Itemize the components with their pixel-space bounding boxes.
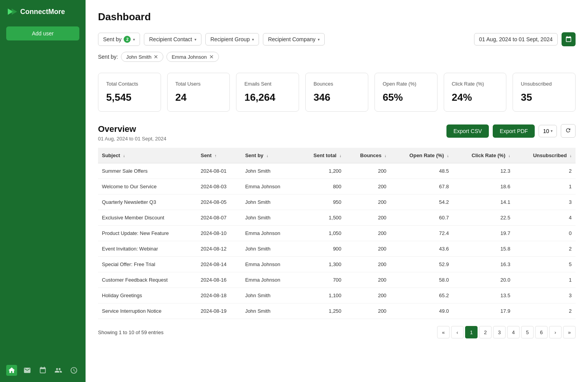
pagination-page-6[interactable]: 6 bbox=[535, 326, 548, 338]
table-row: Quarterly Newsletter Q3 2024-08-05 John … bbox=[98, 195, 576, 210]
cell-sent-4: 2024-08-10 bbox=[197, 226, 241, 241]
cell-click-rate-8: 13.5 bbox=[453, 288, 514, 303]
showing-text: Showing 1 to 10 of 59 entries bbox=[98, 329, 163, 335]
overview-title-block: Overview 01 Aug, 2024 to 01 Sept, 2024 bbox=[98, 124, 446, 142]
cell-subject-1: Welcome to Our Service bbox=[98, 179, 197, 195]
stat-emails-sent-value: 16,264 bbox=[244, 91, 291, 103]
sidebar-nav bbox=[0, 359, 86, 382]
add-user-button[interactable]: Add user bbox=[6, 26, 79, 40]
cell-unsubscribed-6: 5 bbox=[514, 257, 576, 272]
cell-open-rate-6: 52.9 bbox=[390, 257, 453, 272]
col-sent-total[interactable]: Sent total ↓ bbox=[298, 148, 345, 163]
col-sent-by[interactable]: Sent by ↓ bbox=[241, 148, 298, 163]
pagination-controls: « ‹ 1 2 3 4 5 6 › » bbox=[437, 326, 576, 338]
rows-per-page-selector[interactable]: 10 ▾ bbox=[539, 125, 557, 137]
cell-open-rate-3: 60.7 bbox=[390, 210, 453, 226]
table-row: Product Update: New Feature 2024-08-10 E… bbox=[98, 226, 576, 241]
export-pdf-button[interactable]: Export PDF bbox=[493, 124, 535, 138]
stat-unsubscribed: Unsubscribed 35 bbox=[513, 73, 576, 112]
col-sent[interactable]: Sent ↑ bbox=[197, 148, 241, 163]
tag-john-smith: John Smith ✕ bbox=[121, 52, 163, 62]
recipient-company-filter[interactable]: Recipient Company ▾ bbox=[263, 33, 325, 46]
col-open-rate[interactable]: Open Rate (%) ↓ bbox=[390, 148, 453, 163]
recipient-group-filter[interactable]: Recipient Group ▾ bbox=[205, 33, 259, 46]
cell-sent-total-5: 900 bbox=[298, 241, 345, 257]
cell-subject-3: Exclusive Member Discount bbox=[98, 210, 197, 226]
stat-total-users: Total Users 24 bbox=[167, 73, 230, 112]
refresh-button[interactable] bbox=[561, 124, 576, 138]
cell-sent-total-0: 1,200 bbox=[298, 163, 345, 179]
pagination-page-2[interactable]: 2 bbox=[479, 326, 492, 338]
stat-bounces: Bounces 346 bbox=[305, 73, 368, 112]
col-subject[interactable]: Subject ↓ bbox=[98, 148, 197, 163]
date-range-calendar-button[interactable] bbox=[562, 32, 576, 46]
sent-by-row-label: Sent by: bbox=[98, 54, 118, 60]
cell-sent-by-6: Emma Johnson bbox=[241, 257, 298, 272]
stat-emails-sent-label: Emails Sent bbox=[244, 81, 291, 87]
pagination-first-button[interactable]: « bbox=[437, 326, 450, 338]
cell-subject-0: Summer Sale Offers bbox=[98, 163, 197, 179]
cell-bounces-6: 200 bbox=[345, 257, 390, 272]
col-click-rate[interactable]: Click Rate (%) ↓ bbox=[453, 148, 514, 163]
cell-subject-8: Holiday Greetings bbox=[98, 288, 197, 303]
cell-click-rate-7: 20.0 bbox=[453, 272, 514, 288]
tag-john-smith-close[interactable]: ✕ bbox=[154, 54, 158, 60]
cell-sent-total-7: 700 bbox=[298, 272, 345, 288]
filters-row: Sent by 2 ▾ Recipient Contact ▾ Recipien… bbox=[98, 32, 576, 46]
cell-unsubscribed-5: 2 bbox=[514, 241, 576, 257]
tag-emma-johnson-close[interactable]: ✕ bbox=[209, 54, 214, 60]
stat-open-rate-value: 65% bbox=[383, 91, 429, 103]
pagination-prev-button[interactable]: ‹ bbox=[451, 326, 464, 338]
pagination-last-button[interactable]: » bbox=[563, 326, 576, 338]
tag-emma-johnson-label: Emma Johnson bbox=[172, 54, 206, 60]
nav-calendar-icon[interactable] bbox=[37, 365, 48, 376]
nav-home-icon[interactable] bbox=[6, 365, 17, 376]
cell-sent-7: 2024-08-16 bbox=[197, 272, 241, 288]
stat-open-rate-label: Open Rate (%) bbox=[383, 81, 429, 87]
cell-click-rate-6: 16.3 bbox=[453, 257, 514, 272]
cell-unsubscribed-2: 3 bbox=[514, 195, 576, 210]
cell-unsubscribed-9: 2 bbox=[514, 303, 576, 319]
pagination-page-5[interactable]: 5 bbox=[521, 326, 534, 338]
cell-sent-total-6: 1,300 bbox=[298, 257, 345, 272]
nav-clock-icon[interactable] bbox=[68, 365, 79, 376]
cell-unsubscribed-1: 1 bbox=[514, 179, 576, 195]
col-unsubscribed[interactable]: Unsubscribed ↓ bbox=[514, 148, 576, 163]
cell-unsubscribed-7: 1 bbox=[514, 272, 576, 288]
nav-users-icon[interactable] bbox=[53, 365, 64, 376]
cell-click-rate-5: 15.8 bbox=[453, 241, 514, 257]
pagination-next-button[interactable]: › bbox=[549, 326, 562, 338]
col-bounces[interactable]: Bounces ↓ bbox=[345, 148, 390, 163]
pagination-page-4[interactable]: 4 bbox=[507, 326, 520, 338]
overview-title: Overview bbox=[98, 124, 446, 134]
recipient-contact-filter[interactable]: Recipient Contact ▾ bbox=[144, 33, 201, 46]
cell-sent-by-0: John Smith bbox=[241, 163, 298, 179]
cell-unsubscribed-8: 3 bbox=[514, 288, 576, 303]
sent-by-filter[interactable]: Sent by 2 ▾ bbox=[98, 33, 140, 46]
cell-bounces-7: 200 bbox=[345, 272, 390, 288]
pagination-page-1[interactable]: 1 bbox=[465, 326, 478, 338]
rows-per-page-chevron-icon: ▾ bbox=[551, 129, 553, 133]
table-row: Exclusive Member Discount 2024-08-07 Joh… bbox=[98, 210, 576, 226]
stat-click-rate: Click Rate (%) 24% bbox=[444, 73, 507, 112]
cell-subject-5: Event Invitation: Webinar bbox=[98, 241, 197, 257]
cell-sent-by-7: Emma Johnson bbox=[241, 272, 298, 288]
stat-total-users-label: Total Users bbox=[175, 81, 222, 87]
cell-sent-by-5: John Smith bbox=[241, 241, 298, 257]
nav-mail-icon[interactable] bbox=[22, 365, 33, 376]
cell-bounces-0: 200 bbox=[345, 163, 390, 179]
pagination-row: Showing 1 to 10 of 59 entries « ‹ 1 2 3 … bbox=[98, 326, 576, 338]
stat-unsubscribed-label: Unsubscribed bbox=[521, 81, 567, 87]
cell-sent-5: 2024-08-12 bbox=[197, 241, 241, 257]
cell-sent-total-3: 1,500 bbox=[298, 210, 345, 226]
svg-marker-1 bbox=[12, 9, 17, 15]
overview-table: Subject ↓ Sent ↑ Sent by ↓ Sent total ↓ … bbox=[98, 148, 576, 319]
cell-bounces-1: 200 bbox=[345, 179, 390, 195]
recipient-group-chevron-icon: ▾ bbox=[252, 37, 254, 42]
cell-subject-7: Customer Feedback Request bbox=[98, 272, 197, 288]
cell-sent-3: 2024-08-07 bbox=[197, 210, 241, 226]
export-csv-button[interactable]: Export CSV bbox=[446, 124, 489, 138]
pagination-page-3[interactable]: 3 bbox=[493, 326, 506, 338]
cell-open-rate-2: 54.2 bbox=[390, 195, 453, 210]
date-range-filter[interactable]: 01 Aug, 2024 to 01 Sept, 2024 bbox=[474, 33, 558, 46]
